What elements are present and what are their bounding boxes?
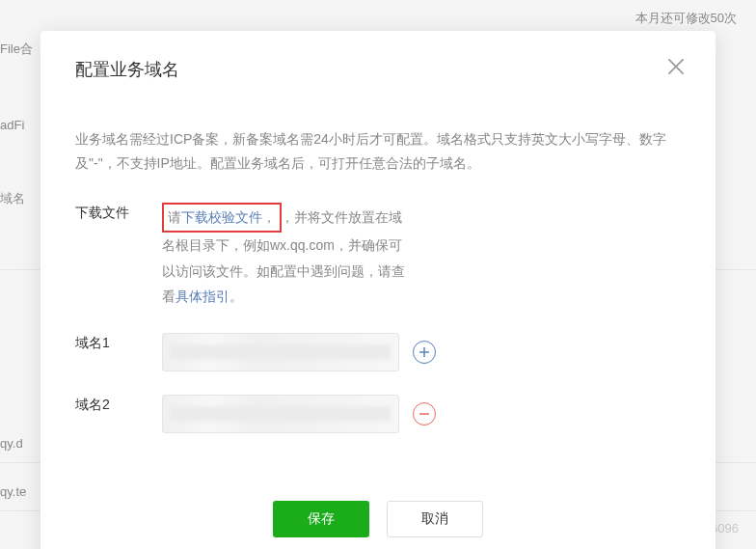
domain-row-2: 域名2 [75, 395, 681, 433]
guide-link[interactable]: 具体指引 [176, 288, 230, 304]
download-row: 下载文件 请下载校验文件，，并将文件放置在域名根目录下，例如wx.qq.com，… [75, 203, 681, 309]
modal-description: 业务域名需经过ICP备案，新备案域名需24小时后才可配置。域名格式只支持英文大小… [75, 127, 681, 176]
modal-title: 配置业务域名 [75, 58, 681, 81]
save-button[interactable]: 保存 [273, 501, 369, 537]
download-verify-file-link[interactable]: 下载校验文件 [181, 209, 262, 225]
domain-2-label: 域名2 [75, 395, 162, 414]
close-button[interactable] [663, 54, 688, 79]
plus-icon [418, 346, 430, 358]
config-domain-modal: 配置业务域名 业务域名需经过ICP备案，新备案域名需24小时后才可配置。域名格式… [40, 31, 716, 549]
modal-backdrop: 配置业务域名 业务域名需经过ICP备案，新备案域名需24小时后才可配置。域名格式… [0, 0, 756, 549]
download-instructions: 请下载校验文件，，并将文件放置在域名根目录下，例如wx.qq.com，并确保可以… [162, 203, 413, 309]
download-label: 下载文件 [75, 203, 162, 222]
cancel-button[interactable]: 取消 [387, 501, 483, 537]
domain-1-label: 域名1 [75, 333, 162, 352]
download-highlight: 请下载校验文件， [162, 203, 282, 233]
remove-domain-button[interactable] [413, 402, 436, 425]
minus-icon [418, 408, 430, 420]
domain-row-1: 域名1 [75, 333, 681, 371]
modal-actions: 保存 取消 [75, 501, 681, 537]
add-domain-button[interactable] [413, 341, 436, 364]
domain-1-input[interactable] [162, 333, 399, 371]
domain-2-input[interactable] [162, 395, 399, 433]
close-icon [663, 54, 688, 79]
